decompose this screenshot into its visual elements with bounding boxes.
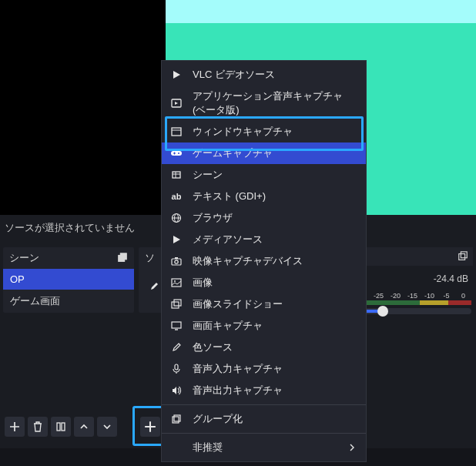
sources-toolbar	[140, 417, 160, 437]
menu-item-group[interactable]: グループ化	[162, 408, 366, 430]
scenes-panel-title: シーン	[9, 251, 39, 265]
menu-label: 音声出力キャプチャ	[193, 384, 283, 397]
svg-rect-7	[172, 128, 181, 136]
no-source-selected-text: ソースが選択されていません	[5, 221, 135, 235]
move-scene-down-button[interactable]	[97, 417, 117, 437]
menu-label: メディアソース	[193, 233, 263, 246]
app-audio-icon	[169, 97, 183, 109]
svg-rect-11	[173, 172, 180, 178]
preview-black	[0, 0, 166, 215]
scenes-panel: シーン OP ゲーム画面	[3, 247, 134, 313]
svg-point-10	[178, 153, 179, 154]
menu-item-browser[interactable]: ブラウザ	[162, 207, 366, 229]
globe-icon	[169, 212, 183, 224]
svg-rect-23	[174, 300, 181, 306]
menu-label: ブラウザ	[193, 211, 233, 225]
tick: -10	[421, 291, 437, 300]
delete-scene-button[interactable]	[28, 417, 48, 437]
menu-label: 画像	[193, 276, 213, 290]
menu-label: ゲームキャプチャ	[193, 146, 273, 160]
play-icon	[169, 233, 183, 246]
menu-item-game-capture[interactable]: ゲームキャプチャ	[162, 142, 366, 164]
svg-rect-28	[174, 415, 180, 421]
scene-toolbar	[5, 417, 117, 437]
menu-separator	[162, 433, 366, 434]
svg-point-18	[175, 260, 178, 263]
scene-list: OP ゲーム画面	[3, 269, 134, 313]
svg-rect-19	[175, 257, 178, 259]
add-source-menu: VLC ビデオソース アプリケーション音声キャプチャ (ベータ版) ウィンドウキ…	[161, 60, 367, 462]
menu-label: 非推奨	[193, 441, 223, 454]
add-source-button[interactable]	[140, 417, 160, 437]
tick: -5	[438, 291, 454, 300]
menu-label: アプリケーション音声キャプチャ (ベータ版)	[193, 89, 355, 117]
menu-label: シーン	[193, 168, 223, 182]
scene-item-game[interactable]: ゲーム画面	[3, 290, 134, 313]
camera-icon	[169, 255, 183, 267]
svg-rect-24	[172, 322, 181, 328]
audio-meter	[357, 300, 471, 305]
chevron-right-icon	[349, 442, 355, 454]
mic-icon	[169, 363, 183, 375]
brush-icon	[169, 341, 183, 354]
blank-icon	[169, 441, 183, 454]
menu-item-video-capture[interactable]: 映像キャプチャデバイス	[162, 250, 366, 272]
svg-rect-26	[175, 364, 178, 370]
svg-rect-22	[172, 302, 179, 308]
menu-label: ウィンドウキャプチャ	[193, 125, 293, 139]
svg-rect-5	[62, 423, 65, 431]
tick: 0	[455, 291, 471, 300]
add-scene-button[interactable]	[5, 417, 25, 437]
svg-rect-3	[461, 252, 467, 258]
menu-item-vlc[interactable]: VLC ビデオソース	[162, 64, 366, 85]
window-icon	[169, 126, 183, 138]
tick: -15	[404, 291, 421, 300]
menu-item-display-capture[interactable]: 画面キャプチャ	[162, 315, 366, 337]
menu-label: 色ソース	[193, 340, 233, 354]
menu-label: 画像スライドショー	[193, 297, 283, 311]
menu-label: VLC ビデオソース	[193, 68, 275, 82]
scene-icon	[169, 169, 183, 181]
popout-icon[interactable]	[117, 253, 128, 263]
preview-canvas-top	[166, 0, 476, 23]
slideshow-icon	[169, 298, 183, 310]
menu-item-image[interactable]: 画像	[162, 272, 366, 293]
menu-item-media[interactable]: メディアソース	[162, 229, 366, 250]
scene-filters-button[interactable]	[51, 417, 71, 437]
menu-item-app-audio[interactable]: アプリケーション音声キャプチャ (ベータ版)	[162, 85, 366, 121]
group-icon	[169, 413, 183, 425]
menu-item-text[interactable]: ab テキスト (GDI+)	[162, 186, 366, 207]
menu-item-scene[interactable]: シーン	[162, 164, 366, 186]
menu-item-deprecated[interactable]: 非推奨	[162, 437, 366, 458]
menu-label: 画面キャプチャ	[193, 319, 263, 333]
popout-icon[interactable]	[458, 251, 468, 262]
volume-slider[interactable]	[357, 308, 471, 314]
menu-item-audio-output[interactable]: 音声出力キャプチャ	[162, 380, 366, 401]
tick: -25	[370, 291, 387, 300]
tick: -20	[387, 291, 404, 300]
svg-rect-9	[171, 151, 182, 156]
audio-db-value: -24.4 dB	[434, 273, 468, 284]
gamepad-icon	[169, 147, 183, 159]
menu-item-slideshow[interactable]: 画像スライドショー	[162, 293, 366, 315]
speaker-icon	[169, 384, 183, 397]
sources-panel-title: ソ	[145, 251, 155, 265]
move-scene-up-button[interactable]	[74, 417, 94, 437]
slider-thumb[interactable]	[377, 306, 388, 317]
text-icon: ab	[169, 190, 183, 203]
image-icon	[169, 277, 183, 289]
menu-item-color-source[interactable]: 色ソース	[162, 337, 366, 358]
menu-label: テキスト (GDI+)	[193, 189, 266, 203]
menu-item-audio-input[interactable]: 音声入力キャプチャ	[162, 358, 366, 380]
menu-item-window-capture[interactable]: ウィンドウキャプチャ	[162, 121, 366, 142]
menu-label: グループ化	[193, 412, 243, 426]
svg-rect-1	[120, 253, 126, 260]
play-icon	[169, 69, 183, 81]
menu-label: 音声入力キャプチャ	[193, 362, 283, 376]
menu-label: 映像キャプチャデバイス	[193, 254, 303, 268]
svg-rect-2	[459, 254, 465, 260]
menu-separator	[162, 404, 366, 405]
svg-rect-27	[173, 417, 179, 423]
svg-rect-4	[57, 423, 60, 431]
scene-item-op[interactable]: OP	[3, 269, 134, 290]
